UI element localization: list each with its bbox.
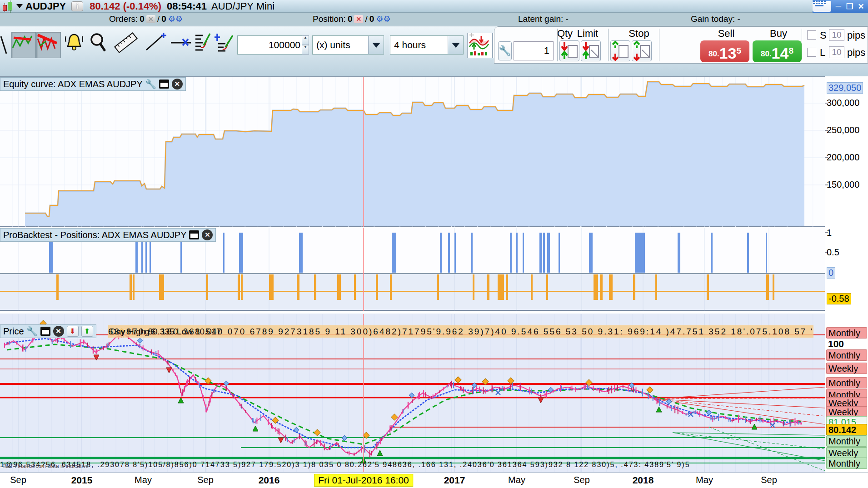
price-settings-wrench-icon[interactable]: 🔧 [27,326,38,337]
time-axis-tick: May [508,475,525,485]
time-axis-tick: 2018 [633,475,654,486]
price-level-label: Monthly [826,327,867,339]
time-axis-tick: Sep [197,475,214,485]
price-level-label: Monthly [826,349,867,361]
cursor-date-label: Fri 01-Jul-2016 16:00 [314,474,413,487]
price-level-label: 100 [826,339,867,350]
price-panel-title: Price 🔧 ✕ ⬇ ⬆ [0,324,96,338]
current-price-label: 80.142 [826,424,867,435]
time-axis-tick: Sep [761,475,777,485]
price-level-label: Monthly [826,435,867,447]
equity-settings-wrench-icon[interactable]: 🔧 [145,79,156,90]
time-axis-tick: 2015 [71,475,93,486]
positions-title-text: ProBacktest - Positions: ADX EMAS AUDJPY [3,230,186,240]
time-axis-tick: 2016 [259,475,280,486]
time-axis-tick: Sep [574,475,590,485]
equity-panel-title: Equity curve: ADX EMAS AUDJPY 🔧 ✕ [0,77,186,91]
positions-close-icon[interactable]: ✕ [202,229,213,240]
scroll-down-arrow-icon[interactable]: ⬇ [67,326,79,337]
price-level-label: Weekly [826,447,867,458]
equity-axis-tick: 200,000 [827,152,859,163]
time-axis-tick: 2017 [444,475,465,486]
scroll-up-arrow-icon[interactable]: ⬆ [81,326,93,337]
equity-close-icon[interactable]: ✕ [172,79,183,90]
trading-platform-window: AUDJPY i 80.142 (-0.14%) 08:54:41 AUD/JP… [0,0,868,488]
price-close-icon[interactable]: ✕ [53,326,64,337]
copyright-watermark: © IT-Finance.com Data is indicative [3,463,89,469]
time-axis-tick: Sep [10,475,26,485]
time-axis-tick: May [135,475,152,485]
alert-band: Day High 80.335 Low 80.047 63y870g6 180 … [108,325,813,338]
trade-labels-overlap-text: 1@96.534?56, 634518, .293078 8'5)105/8)8… [0,461,825,471]
alert-band-overlap-text: 63y870g6 180 361 510 070 6789 9273185 9 … [108,327,813,337]
positions-axis-0: 0 [827,267,835,279]
equity-axis-tick: 300,000 [827,98,859,108]
equity-maximize-icon[interactable] [159,80,169,89]
price-chart [0,0,868,488]
positions-axis-05: 0.5 [827,247,839,258]
price-maximize-icon[interactable] [40,327,50,336]
equity-axis-tick: 150,000 [827,179,859,190]
positions-panel-title: ProBacktest - Positions: ADX EMAS AUDJPY… [0,228,216,242]
price-level-label: Monthly [826,377,867,388]
positions-lower-value: -0.58 [827,293,851,304]
equity-title-text: Equity curve: ADX EMAS AUDJPY [3,79,143,90]
positions-maximize-icon[interactable] [189,230,199,239]
time-axis-tick: May [696,475,713,485]
price-level-label: Weekly [826,363,867,374]
equity-axis-tick: 250,000 [827,125,859,135]
price-level-label: Monthly [826,458,867,469]
positions-axis-1: 1 [827,228,832,238]
price-title-text: Price [3,326,24,337]
equity-current-value: 329,050 [827,82,863,94]
time-axis[interactable]: Sep2015MaySep20162017MaySep2018MaySepFri… [0,473,868,488]
